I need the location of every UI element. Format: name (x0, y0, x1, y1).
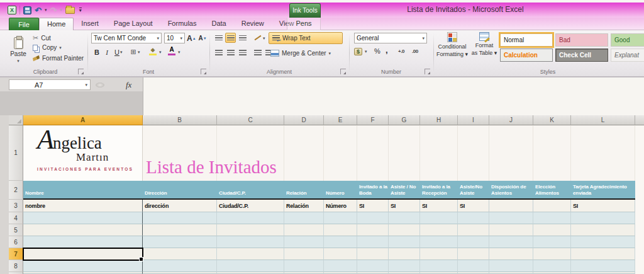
name-box-dropdown-icon[interactable]: ▾ (85, 83, 87, 88)
number-format-dropdown-icon[interactable]: ▾ (422, 36, 425, 41)
header-cell-J2[interactable]: Disposición de Asientos (489, 181, 533, 200)
merge-center-button[interactable]: Merge & Center ▾ (269, 47, 352, 59)
tab-home[interactable]: Home (39, 18, 74, 30)
cell-F8[interactable] (357, 260, 389, 272)
cell-E3[interactable]: Número (324, 200, 357, 212)
number-format-combo[interactable]: General▾ (354, 33, 427, 43)
cell-H3[interactable]: SI (420, 200, 458, 212)
column-header-J[interactable]: J (489, 115, 533, 125)
conditional-formatting-button[interactable]: Conditional Formatting ▾ (436, 32, 469, 57)
cell-K3[interactable] (533, 200, 571, 212)
cell-F4[interactable] (357, 212, 389, 224)
fill-color-button[interactable]: ◆ (149, 47, 157, 55)
underline-dropdown-icon[interactable]: ▾ (120, 50, 123, 55)
row-header-4[interactable]: 4 (9, 212, 23, 224)
cell-K4[interactable] (533, 212, 571, 224)
column-header-L[interactable]: L (571, 115, 635, 125)
cell-C4[interactable] (217, 212, 284, 224)
fill-color-dropdown-icon[interactable]: ▾ (159, 50, 162, 55)
cell-I5[interactable] (458, 224, 489, 236)
cell-F7[interactable] (357, 248, 389, 260)
cell-D7[interactable] (284, 248, 324, 260)
cell-I1[interactable] (458, 125, 489, 181)
cell-E8[interactable] (324, 260, 357, 272)
cell-L6[interactable] (571, 236, 635, 248)
cell-K1[interactable] (533, 125, 571, 181)
cell-B3[interactable]: dirección (143, 200, 217, 212)
cell-J5[interactable] (489, 224, 533, 236)
copy-button[interactable]: Copy ▾ (33, 44, 62, 51)
cell-style-good[interactable]: Good (611, 33, 644, 47)
cell-D1[interactable] (284, 125, 324, 181)
cell-K5[interactable] (533, 224, 571, 236)
cell-H6[interactable] (420, 236, 458, 248)
paste-button[interactable]: Paste ▾ (8, 32, 29, 68)
borders-button[interactable]: ⊞ (129, 47, 138, 57)
tab-file[interactable]: File (9, 18, 39, 30)
row-header-2[interactable]: 2 (9, 181, 23, 200)
cell-H8[interactable] (420, 260, 458, 272)
accounting-format-button[interactable]: $ ▾ (354, 48, 367, 55)
orientation-button[interactable] (252, 33, 263, 43)
middle-align-button[interactable] (225, 33, 236, 43)
align-center-button[interactable] (225, 47, 236, 57)
cell-L8[interactable] (571, 260, 635, 272)
increase-decimal-button[interactable]: +.0 (398, 49, 404, 54)
align-left-button[interactable] (213, 47, 224, 57)
cell-A6[interactable] (23, 236, 143, 248)
tab-pens[interactable]: Pens (287, 18, 321, 30)
cell-C8[interactable] (217, 260, 284, 272)
open-icon[interactable] (65, 7, 75, 14)
cell-A1[interactable]: AngelicaMartınINVITACIONES PARA EVENTOS (23, 125, 143, 181)
row-header-8[interactable]: 8 (9, 260, 23, 272)
column-header-G[interactable]: G (389, 115, 420, 125)
cell-J1[interactable] (489, 125, 533, 181)
header-cell-C2[interactable]: Ciudad/C.P. (217, 181, 284, 200)
undo-icon[interactable]: ↶ (35, 6, 42, 14)
name-box[interactable]: A7 ▾ (9, 79, 91, 90)
column-header-B[interactable]: B (143, 115, 217, 125)
redo-dropdown-icon[interactable]: ▾ (60, 8, 62, 13)
shrink-font-button[interactable]: A▼ (198, 33, 207, 43)
cell-I6[interactable] (458, 236, 489, 248)
cell-C5[interactable] (217, 224, 284, 236)
bold-button[interactable]: B (92, 47, 101, 57)
cut-button[interactable]: ✂ Cut (33, 34, 51, 42)
cell-L5[interactable] (571, 224, 635, 236)
column-header-K[interactable]: K (533, 115, 571, 125)
tab-page-layout[interactable]: Page Layout (106, 18, 160, 30)
formula-input[interactable] (143, 77, 644, 116)
borders-dropdown-icon[interactable]: ▾ (138, 50, 140, 55)
cell-A3[interactable]: nombre (23, 200, 143, 212)
clipboard-dialog-launcher-icon[interactable] (78, 69, 84, 74)
cell-E6[interactable] (324, 236, 357, 248)
cell-J7[interactable] (489, 248, 533, 260)
header-cell-D2[interactable]: Relación (284, 181, 324, 200)
column-header-D[interactable]: D (284, 115, 324, 125)
cell-B7[interactable] (143, 248, 217, 260)
wrap-text-button[interactable]: Wrap Text (269, 32, 343, 44)
header-cell-F2[interactable]: Invitado a la Boda (357, 181, 389, 200)
select-all-corner[interactable] (9, 115, 23, 125)
font-color-button[interactable]: A (168, 47, 175, 55)
cell-A7[interactable] (23, 248, 143, 260)
cell-D3[interactable]: Relación (284, 200, 324, 212)
cell-F3[interactable]: SI (357, 200, 389, 212)
font-dialog-launcher-icon[interactable] (201, 69, 206, 74)
undo-dropdown-icon[interactable]: ▾ (45, 8, 47, 13)
italic-button[interactable]: I (103, 47, 111, 57)
header-cell-E2[interactable]: Número (324, 181, 357, 200)
paste-dropdown-icon[interactable]: ▾ (17, 59, 19, 64)
redo-icon[interactable]: ↷ (50, 6, 57, 14)
header-cell-A2[interactable]: Nombre (23, 181, 143, 200)
tab-review[interactable]: Review (234, 18, 272, 30)
column-header-H[interactable]: H (420, 115, 458, 125)
cell-D5[interactable] (284, 224, 324, 236)
cell-D8[interactable] (284, 260, 324, 272)
cell-E7[interactable] (324, 248, 357, 260)
header-cell-G2[interactable]: Asiste / No Asiste (389, 181, 420, 200)
top-align-button[interactable] (213, 33, 224, 43)
insert-function-icon[interactable]: fx (126, 80, 131, 90)
merge-center-dropdown-icon[interactable]: ▾ (329, 51, 331, 56)
customize-qat-icon[interactable]: ▾ (79, 8, 82, 13)
